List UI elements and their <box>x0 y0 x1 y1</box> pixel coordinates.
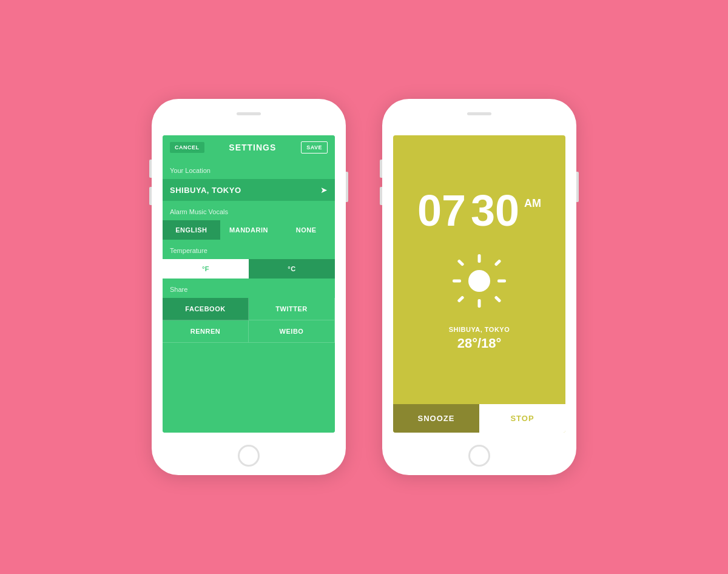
alarm-ampm: AM <box>524 197 541 210</box>
settings-title: SETTINGS <box>229 143 276 152</box>
vocals-section: Alarm Music Vocals <box>163 201 335 220</box>
vocals-toggle-group: ENGLISH MANDARIN NONE <box>163 220 335 240</box>
save-button[interactable]: SAVE <box>301 141 328 154</box>
snooze-button[interactable]: SNOOZE <box>393 404 479 433</box>
vocals-none-button[interactable]: NONE <box>277 220 335 240</box>
location-label: Your Location <box>170 167 211 174</box>
alarm-hours: 07 <box>417 189 466 232</box>
stop-button[interactable]: STOP <box>479 404 565 433</box>
alarm-minutes: 30 <box>471 189 519 232</box>
vocals-label: Alarm Music Vocals <box>170 208 228 215</box>
alarm-phone: 07 30 AM SHIBUYA, TOKYO <box>382 99 576 475</box>
temperature-toggle-group: °F °C <box>163 259 335 279</box>
settings-phone: CANCEL SETTINGS SAVE Your Location SHIBU… <box>152 99 346 475</box>
vocals-english-button[interactable]: ENGLISH <box>163 220 220 240</box>
temp-fahrenheit-button[interactable]: °F <box>163 259 249 279</box>
sun-icon <box>449 251 510 311</box>
cancel-button[interactable]: CANCEL <box>170 142 204 153</box>
temperature-section: Temperature <box>163 240 335 259</box>
share-weibo-button[interactable]: WEIBO <box>249 320 335 343</box>
location-value: SHIBUYA, TOKYO <box>170 186 241 195</box>
location-arrow-icon: ➤ <box>320 185 328 195</box>
location-section: Your Location <box>163 160 335 179</box>
alarm-temperature: 28°/18° <box>457 336 502 351</box>
location-row[interactable]: SHIBUYA, TOKYO ➤ <box>163 179 335 201</box>
share-facebook-button[interactable]: FACEBOOK <box>163 298 249 320</box>
share-label: Share <box>170 286 187 293</box>
alarm-time-display: 07 30 AM <box>417 189 541 232</box>
temperature-label: Temperature <box>170 247 207 254</box>
alarm-main: 07 30 AM SHIBUYA, TOKYO <box>393 135 565 404</box>
settings-footer <box>163 343 335 433</box>
alarm-location: SHIBUYA, TOKYO <box>449 326 510 333</box>
temp-celsius-button[interactable]: °C <box>249 259 335 279</box>
share-section: Share <box>163 279 335 298</box>
share-twitter-button[interactable]: TWITTER <box>249 298 335 320</box>
settings-screen: CANCEL SETTINGS SAVE Your Location SHIBU… <box>163 135 335 433</box>
vocals-mandarin-button[interactable]: MANDARIN <box>220 220 278 240</box>
share-renren-button[interactable]: RENREN <box>163 320 249 343</box>
settings-header: CANCEL SETTINGS SAVE <box>163 135 335 160</box>
share-grid: FACEBOOK TWITTER RENREN WEIBO <box>163 298 335 343</box>
alarm-actions: SNOOZE STOP <box>393 404 565 433</box>
alarm-screen: 07 30 AM SHIBUYA, TOKYO <box>393 135 565 433</box>
